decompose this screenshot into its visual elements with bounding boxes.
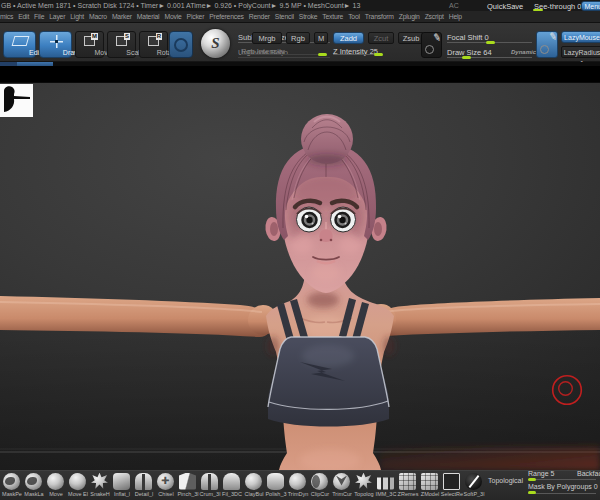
material-preview-sphere[interactable]: S [201, 29, 230, 58]
draw-size-track[interactable] [447, 57, 532, 58]
brush-thumb-trimcur[interactable]: TrimCur [331, 471, 353, 500]
menu-item-render[interactable]: Render [249, 13, 270, 20]
scale-icon: S [116, 36, 127, 46]
zadd-button[interactable]: Zadd [333, 32, 364, 44]
brush-thumb-clipcur[interactable]: ClipCur [309, 471, 331, 500]
brush-thumb-softp-3l[interactable]: SoftP_3l [463, 471, 485, 500]
menu-item-file[interactable]: File [34, 13, 44, 20]
topological-label[interactable]: Topological [488, 477, 523, 484]
menu-item-light[interactable]: Light [70, 13, 84, 20]
character-model[interactable] [0, 66, 600, 470]
z-intensity-track[interactable] [333, 54, 374, 55]
menu-item-macro[interactable]: Macro [89, 13, 107, 20]
brush-thumb-fil-3dc[interactable]: Fil_3DC [221, 471, 243, 500]
menu-item-edit[interactable]: Edit [18, 13, 29, 20]
menu-item-stencil[interactable]: Stencil [275, 13, 294, 20]
brush-thumb-crum-3l[interactable]: Crum_3l [199, 471, 221, 500]
menu-item-picker[interactable]: Picker [187, 13, 205, 20]
brush-thumb-zmodel[interactable]: ZModel [419, 471, 441, 500]
brush-thumb-claybul[interactable]: ClayBul [243, 471, 265, 500]
mask-by-polygroups-nub[interactable] [528, 491, 536, 494]
viewport[interactable] [0, 66, 600, 470]
move-icon: M [84, 36, 95, 46]
focal-shift-icon: ✎ [421, 32, 442, 58]
scoop-brush-icon [311, 473, 328, 490]
edit-icon [12, 36, 30, 46]
scale-button[interactable]: S Scale [107, 31, 136, 58]
lazyradius-slider[interactable]: LazyRadius 1 [561, 46, 600, 58]
menu-item-material[interactable]: Material [137, 13, 160, 20]
menu-item-preferences[interactable]: Preferences [209, 13, 243, 20]
range-slider[interactable]: Range 5 [528, 470, 554, 477]
draw-size-nub[interactable] [462, 56, 471, 59]
arch2-brush-icon [135, 473, 152, 490]
menu-bar: micsEditFileLayerLightMacroMarkerMateria… [0, 11, 600, 23]
brush-thumb-detail-l[interactable]: Detail_l [133, 471, 155, 500]
range-nub[interactable] [528, 478, 536, 481]
undivide-ratio-track[interactable] [238, 57, 330, 58]
menu-item-marker[interactable]: Marker [112, 13, 132, 20]
menu-item-layer[interactable]: Layer [49, 13, 65, 20]
menu-item-tool[interactable]: Tool [348, 13, 360, 20]
tool-thumbnail[interactable] [0, 84, 33, 117]
brush-thumb-inflat-l[interactable]: Inflat_l [111, 471, 133, 500]
m-button[interactable]: M [314, 32, 328, 44]
draw-button[interactable]: Draw [39, 31, 72, 58]
menu-item-mics[interactable]: mics [0, 13, 13, 20]
backface-label[interactable]: Backface [577, 470, 600, 477]
rgb-intensity-track[interactable] [241, 54, 318, 55]
brush-thumb-chisel[interactable]: Chisel [155, 471, 177, 500]
circle-icon [174, 38, 188, 52]
brush-thumb-selectre[interactable]: SelectRe [441, 471, 463, 500]
brush-thumb-label: Pinch_3l [177, 491, 198, 497]
rotate-icon: R [148, 36, 159, 46]
status-bar: GB • Active Mem 1871 • Scratch Disk 1724… [0, 0, 600, 11]
focal-shift-slider[interactable]: Focal Shift 0 [447, 33, 489, 42]
brush-thumb-maskpe[interactable]: MaskPe [1, 471, 23, 500]
grid-brush-icon [399, 473, 416, 490]
menu-item-help[interactable]: Help [449, 13, 462, 20]
menu-item-texture[interactable]: Texture [322, 13, 343, 20]
brush-thumb-move-el[interactable]: Move El [67, 471, 89, 500]
dynamic-label[interactable]: Dynamic [511, 49, 536, 55]
brush-thumb-trimdyn[interactable]: TrimDyn [287, 471, 309, 500]
bottom-tray: MaskPeMaskLaMoveMove ElSnakeHInflat_lDet… [0, 470, 600, 500]
brush-thumb-topolog[interactable]: Topolog [353, 471, 375, 500]
mask-by-polygroups-track[interactable] [528, 493, 596, 494]
menu-item-stroke[interactable]: Stroke [299, 13, 317, 20]
grid-brush-icon [421, 473, 438, 490]
cube-brush-icon [113, 473, 130, 490]
mrgb-button[interactable]: Mrgb [252, 32, 282, 44]
brush-thumb-move[interactable]: Move [45, 471, 67, 500]
brush-thumb-maskla[interactable]: MaskLa [23, 471, 45, 500]
brush-thumb-snakeh[interactable]: SnakeH [89, 471, 111, 500]
brush-thumb-zremes[interactable]: ZRemes [397, 471, 419, 500]
lazymouse-button[interactable]: LazyMouse [561, 31, 600, 43]
brush-thumb-polish-3[interactable]: Polish_3 [265, 471, 287, 500]
focal-shift-nub[interactable] [486, 41, 495, 44]
quicksave-button[interactable]: QuickSave [487, 2, 523, 11]
brush-thumb-label: Topolog [354, 491, 373, 497]
menu-item-zscript[interactable]: Zscript [425, 13, 444, 20]
menus-button[interactable]: Menus [581, 1, 600, 11]
brush-thumb-label: Move [49, 491, 62, 497]
brush-thumb-pinch-3l[interactable]: Pinch_3l [177, 471, 199, 500]
imm-brush-icon [377, 473, 394, 490]
menu-item-movie[interactable]: Movie [164, 13, 181, 20]
menu-item-zplugin[interactable]: Zplugin [399, 13, 420, 20]
menu-item-transform[interactable]: Transform [365, 13, 394, 20]
brush-thumb-imm-3c[interactable]: IMM_3C [375, 471, 397, 500]
move-button[interactable]: M Move [75, 31, 104, 58]
rgb-button[interactable]: Rgb [286, 32, 310, 44]
rgb-intensity-nub[interactable] [318, 53, 327, 56]
mask-by-polygroups-slider[interactable]: Mask By Polygroups 0 [528, 483, 598, 490]
z-intensity-nub[interactable] [374, 53, 383, 56]
book-brush-icon [179, 473, 196, 490]
zcut-button[interactable]: Zcut [368, 32, 394, 44]
range-track[interactable] [528, 479, 596, 480]
edit-button[interactable]: Edit [3, 31, 36, 58]
egg-brush-icon [67, 471, 88, 492]
brush-thumb-label: SnakeH [90, 491, 110, 497]
rotate-button[interactable]: R Rotate [139, 31, 168, 58]
stroke-circle-button[interactable] [169, 31, 193, 58]
